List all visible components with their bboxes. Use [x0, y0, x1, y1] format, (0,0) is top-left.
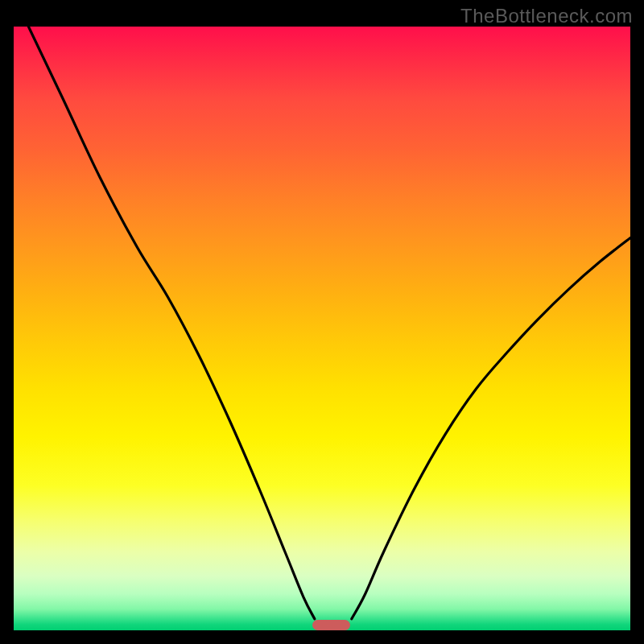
chart-frame: TheBottleneck.com: [0, 0, 644, 644]
plot-area: [14, 27, 630, 630]
optimal-range-marker: [312, 620, 350, 630]
curve-left-branch: [28, 27, 314, 619]
watermark-text: TheBottleneck.com: [460, 5, 633, 27]
curve-right-branch: [352, 238, 630, 619]
bottleneck-curve: [14, 27, 630, 630]
